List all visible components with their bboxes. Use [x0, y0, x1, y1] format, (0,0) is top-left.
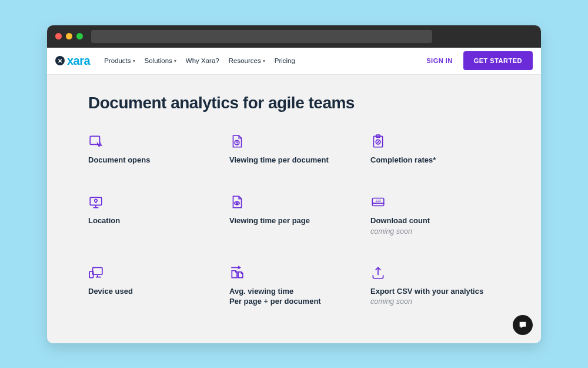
page-nav: ✕ xara Products ▾ Solutions ▾ Why Xara? … [47, 48, 541, 75]
feature-completion-rates: Completion rates* [370, 134, 500, 165]
feature-note: coming soon [370, 227, 500, 236]
feature-title: Export CSV with your analytics [370, 286, 500, 297]
nav-label: Why Xara? [186, 57, 219, 64]
browser-window: ✕ xara Products ▾ Solutions ▾ Why Xara? … [47, 25, 541, 343]
feature-note: coming soon [370, 297, 500, 306]
nav-pricing[interactable]: Pricing [275, 57, 295, 64]
feature-device-used: Device used [88, 265, 218, 307]
feature-title: Device used [88, 286, 218, 297]
chevron-down-icon: ▾ [174, 58, 176, 64]
feature-title: Viewing time per page [229, 216, 359, 226]
nav-links: Products ▾ Solutions ▾ Why Xara? Resourc… [104, 57, 295, 64]
feature-title: Viewing time per document [229, 155, 359, 165]
feature-title: Completion rates* [370, 155, 500, 165]
nav-why-xara[interactable]: Why Xara? [186, 57, 219, 64]
svg-rect-5 [90, 197, 102, 205]
svg-rect-0 [90, 136, 99, 144]
content: Document analytics for agile teams Docum… [47, 75, 541, 319]
svg-point-6 [236, 203, 238, 204]
counter-icon: 123 [370, 194, 386, 210]
document-click-icon [88, 134, 103, 149]
nav-products[interactable]: Products ▾ [104, 57, 135, 64]
nav-label: Products [104, 57, 131, 64]
feature-avg-viewing-time: Avg. viewing time Per page + per documen… [229, 265, 359, 307]
documents-arrow-icon [229, 265, 245, 280]
nav-solutions[interactable]: Solutions ▾ [145, 57, 176, 64]
get-started-button[interactable]: GET STARTED [463, 51, 533, 70]
minimize-window-button[interactable] [66, 33, 72, 39]
feature-title: Avg. viewing time [229, 286, 359, 297]
nav-resources[interactable]: Resources ▾ [229, 57, 265, 64]
file-eye-icon [229, 194, 245, 210]
clipboard-check-icon [370, 134, 386, 149]
maximize-window-button[interactable] [76, 33, 83, 39]
chevron-down-icon: ▾ [263, 58, 265, 64]
nav-right: SIGN IN GET STARTED [426, 51, 533, 70]
nav-label: Solutions [145, 57, 172, 64]
feature-viewing-time-page: Viewing time per page [229, 194, 359, 236]
url-bar[interactable] [91, 30, 432, 43]
chat-icon [518, 320, 527, 330]
nav-label: Resources [229, 57, 261, 64]
logo[interactable]: ✕ xara [55, 54, 90, 68]
chat-widget-button[interactable] [513, 315, 533, 335]
feature-title: Download count [370, 216, 500, 226]
feature-document-opens: Document opens [88, 134, 218, 165]
feature-viewing-time-document: Viewing time per document [229, 134, 359, 165]
signin-link[interactable]: SIGN IN [426, 57, 452, 64]
page-title: Document analytics for agile teams [88, 94, 500, 112]
svg-rect-9 [93, 267, 102, 274]
devices-icon [88, 265, 103, 280]
logo-text: xara [67, 54, 90, 68]
chevron-down-icon: ▾ [133, 58, 135, 64]
feature-download-count: 123 Download count coming soon [370, 194, 500, 236]
feature-title: Location [88, 216, 218, 226]
nav-label: Pricing [275, 57, 295, 64]
feature-title: Document opens [88, 155, 218, 165]
svg-text:123: 123 [375, 199, 380, 203]
feature-export-csv: Export CSV with your analytics coming so… [370, 265, 500, 307]
feature-location: Location [88, 194, 218, 236]
feature-subtitle: Per page + per document [229, 296, 359, 307]
file-clock-icon [229, 134, 245, 149]
browser-chrome [47, 25, 541, 48]
logo-mark-icon: ✕ [55, 56, 65, 65]
features-grid: Document opens Viewing time per document… [88, 134, 500, 307]
location-monitor-icon [88, 194, 103, 210]
close-window-button[interactable] [55, 33, 62, 39]
upload-icon [370, 265, 386, 280]
traffic-lights [55, 33, 83, 39]
